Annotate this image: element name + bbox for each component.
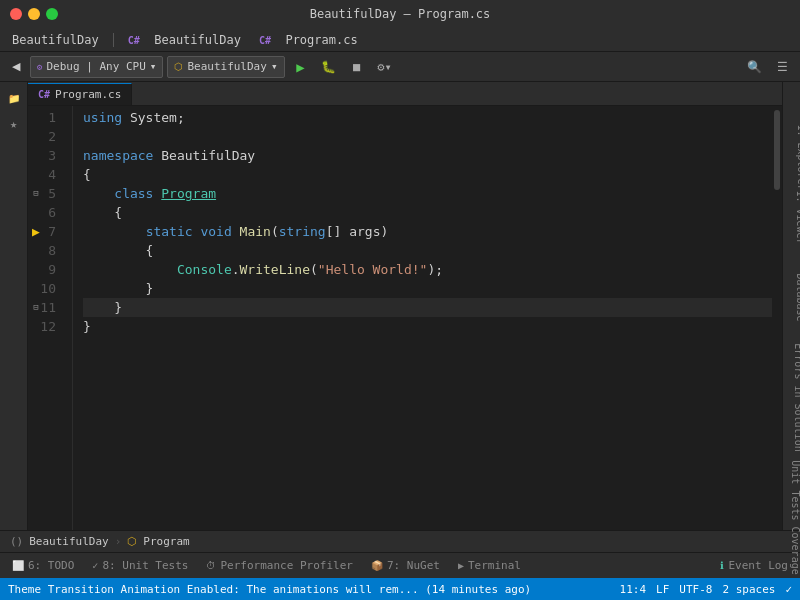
- event-log-label: Event Log: [728, 559, 788, 572]
- status-check: ✓: [785, 583, 792, 596]
- status-bar: Theme Transition Animation Enabled: The …: [0, 578, 800, 600]
- close-button[interactable]: [10, 8, 22, 20]
- breadcrumb-namespace-icon: (): [10, 535, 23, 548]
- terminal-icon: ▶: [458, 560, 464, 571]
- todo-label: 6: TODO: [28, 559, 74, 572]
- scrollbar-thumb[interactable]: [774, 110, 780, 190]
- code-line-6: {: [83, 203, 772, 222]
- window-title: BeautifulDay – Program.cs: [310, 7, 491, 21]
- run-button[interactable]: ▶: [289, 56, 313, 78]
- line-numbers: 1 2 3 4 ⊟5 6 ▶7: [28, 106, 73, 530]
- code-line-11: }: [83, 298, 772, 317]
- code-line-9: Console.WriteLine("Hello World!");: [83, 260, 772, 279]
- breadcrumb-class-icon: ⬡: [127, 535, 137, 548]
- csharp-tab-icon: C#: [38, 89, 50, 100]
- line-number-6: 6: [28, 203, 64, 222]
- code-content[interactable]: using System; namespace BeautifulDay { c…: [73, 106, 772, 530]
- editor-area: C# Program.cs 1 2 3 4 ⊟5: [28, 82, 782, 530]
- code-line-7: static void Main(string[] args): [83, 222, 772, 241]
- window-controls: [10, 8, 58, 20]
- project-dropdown[interactable]: ⬡ BeautifulDay ▾: [167, 56, 284, 78]
- nuget-label: 7: NuGet: [387, 559, 440, 572]
- profiler-icon: ⏱: [206, 560, 216, 571]
- stop-button[interactable]: ■: [345, 56, 369, 78]
- project-icon: ⬡: [174, 61, 183, 72]
- status-encoding[interactable]: UTF-8: [679, 583, 712, 596]
- breadcrumb-bar: () BeautifulDay › ⬡ Program: [0, 530, 800, 552]
- debug-config-dropdown[interactable]: ⚙ Debug | Any CPU ▾: [30, 56, 163, 78]
- unit-tests-icon: ✓: [92, 560, 98, 571]
- right-panels: 1: Explorer 1: Viewer Database Errors in…: [782, 82, 800, 530]
- debug-button[interactable]: 🐛: [317, 56, 341, 78]
- debug-config-chevron: ▾: [150, 60, 157, 73]
- code-line-2: [83, 127, 772, 146]
- line-number-8: 8: [28, 241, 64, 260]
- bottom-tabs-bar: ⬜ 6: TODO ✓ 8: Unit Tests ⏱ Performance …: [0, 552, 800, 578]
- code-line-10: }: [83, 279, 772, 298]
- unit-tests-label: 8: Unit Tests: [102, 559, 188, 572]
- menu-bar: BeautifulDay C# BeautifulDay C# Program.…: [0, 28, 800, 52]
- maximize-button[interactable]: [46, 8, 58, 20]
- menu-item-programcs[interactable]: C# Program.cs: [251, 31, 366, 49]
- menu-item-beautifulday[interactable]: BeautifulDay: [4, 31, 107, 49]
- breadcrumb-class[interactable]: Program: [143, 535, 189, 548]
- bottom-tab-event-log[interactable]: ℹ Event Log: [712, 555, 796, 577]
- line-number-1: 1: [28, 108, 64, 127]
- line-number-4: 4: [28, 165, 64, 184]
- code-line-5: class Program: [83, 184, 772, 203]
- bottom-tab-performance-profiler[interactable]: ⏱ Performance Profiler: [198, 555, 360, 577]
- editor-scrollbar[interactable]: [772, 106, 782, 530]
- breadcrumb-separator: ›: [115, 535, 122, 548]
- toolbar: ◀ ⚙ Debug | Any CPU ▾ ⬡ BeautifulDay ▾ ▶…: [0, 52, 800, 82]
- line-number-10: 10: [28, 279, 64, 298]
- profiler-label: Performance Profiler: [220, 559, 352, 572]
- code-line-12: }: [83, 317, 772, 336]
- bottom-tab-todo[interactable]: ⬜ 6: TODO: [4, 555, 82, 577]
- bottom-tab-unit-tests[interactable]: ✓ 8: Unit Tests: [84, 555, 196, 577]
- code-line-8: {: [83, 241, 772, 260]
- back-icon: ◀: [12, 60, 20, 73]
- right-panel-viewer[interactable]: 1: Viewer: [795, 183, 801, 253]
- solution-explorer-icon[interactable]: 📁: [2, 86, 26, 110]
- bottom-tab-terminal[interactable]: ▶ Terminal: [450, 555, 529, 577]
- line-number-11: ⊟11: [28, 298, 64, 317]
- search-button[interactable]: 🔍: [742, 56, 766, 78]
- code-editor[interactable]: 1 2 3 4 ⊟5 6 ▶7: [28, 106, 782, 530]
- debug-config-icon: ⚙: [37, 62, 42, 72]
- status-eol[interactable]: LF: [656, 583, 669, 596]
- left-sidebar: 📁 ★: [0, 82, 28, 530]
- code-line-1: using System;: [83, 108, 772, 127]
- project-label: BeautifulDay: [187, 60, 266, 73]
- line-number-7: ▶7: [28, 222, 64, 241]
- attach-debugger-button[interactable]: ⚙▾: [373, 56, 397, 78]
- terminal-label: Terminal: [468, 559, 521, 572]
- right-panel-database[interactable]: Database: [795, 263, 801, 333]
- main-area: 📁 ★ C# Program.cs 1 2 3: [0, 82, 800, 530]
- breadcrumb-namespace[interactable]: BeautifulDay: [29, 535, 108, 548]
- right-panel-errors[interactable]: Errors in Solution: [793, 343, 801, 453]
- todo-icon: ⬜: [12, 560, 24, 571]
- tab-label: Program.cs: [55, 88, 121, 101]
- menu-item-csharp-beautifulday[interactable]: C# BeautifulDay: [120, 31, 249, 49]
- status-right: 11:4 LF UTF-8 2 spaces ✓: [620, 583, 792, 596]
- title-bar: BeautifulDay – Program.cs: [0, 0, 800, 28]
- debug-config-label: Debug | Any CPU: [46, 60, 145, 73]
- status-position[interactable]: 11:4: [620, 583, 647, 596]
- event-log-icon: ℹ: [720, 560, 724, 571]
- status-spaces[interactable]: 2 spaces: [722, 583, 775, 596]
- tab-bar: C# Program.cs: [28, 82, 782, 106]
- code-line-4: {: [83, 165, 772, 184]
- line-number-12: 12: [28, 317, 64, 336]
- line-number-3: 3: [28, 146, 64, 165]
- bottom-tab-nuget[interactable]: 📦 7: NuGet: [363, 555, 448, 577]
- right-panel-unit-tests[interactable]: Unit Tests Coverage: [790, 458, 801, 578]
- line-number-5: ⊟5: [28, 184, 64, 203]
- favorites-icon[interactable]: ★: [2, 112, 26, 136]
- settings-button[interactable]: ☰: [770, 56, 794, 78]
- back-button[interactable]: ◀: [6, 58, 26, 75]
- line-number-9: 9: [28, 260, 64, 279]
- minimize-button[interactable]: [28, 8, 40, 20]
- tab-program-cs[interactable]: C# Program.cs: [28, 83, 132, 105]
- status-left: Theme Transition Animation Enabled: The …: [8, 583, 531, 596]
- status-message: Theme Transition Animation Enabled: The …: [8, 583, 531, 596]
